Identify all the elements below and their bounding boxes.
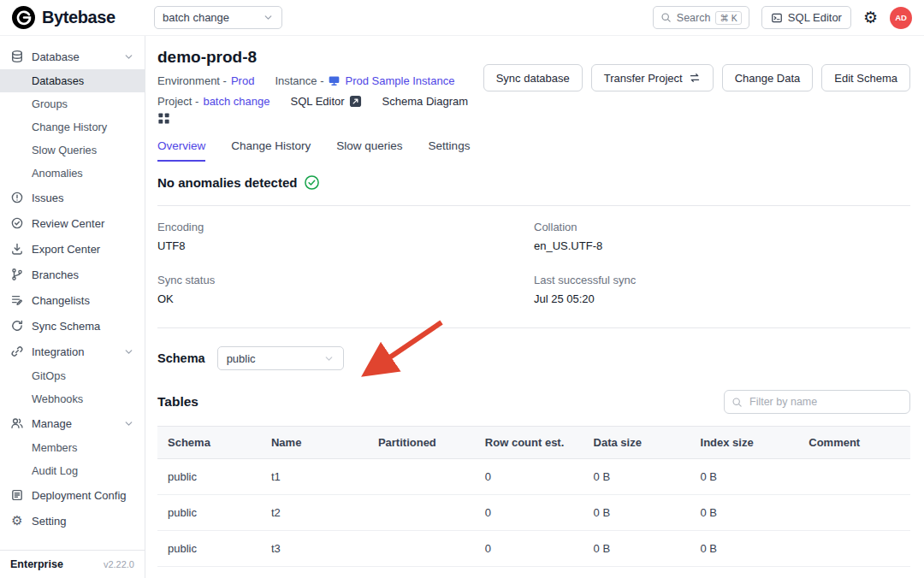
page-title: demo-prod-8 <box>157 48 483 67</box>
alert-circle-icon <box>10 191 24 204</box>
list-pencil-icon <box>10 293 24 307</box>
button-label: Transfer Project <box>604 72 683 85</box>
cell-name: t3 <box>264 531 371 567</box>
refresh-icon <box>10 319 24 333</box>
project-link[interactable]: batch change <box>203 95 270 108</box>
sidebar-item-gitops[interactable]: GitOps <box>0 364 145 387</box>
cell-schema: public <box>157 531 264 567</box>
sidebar-item-export-center[interactable]: Export Center <box>0 236 145 262</box>
cell-name: t1 <box>264 459 371 495</box>
bytebase-logo-icon <box>12 6 35 29</box>
database-header-left: demo-prod-8 Environment - Prod Instance … <box>157 48 483 125</box>
sidebar-item-label: Deployment Config <box>32 489 127 502</box>
info-value: en_US.UTF-8 <box>534 239 910 252</box>
schema-diagram-link-label: Schema Diagram <box>382 95 468 108</box>
sidebar-item-groups[interactable]: Groups <box>0 92 145 115</box>
sidebar-item-integration[interactable]: Integration <box>0 339 145 364</box>
info-value: UTF8 <box>157 239 534 252</box>
transfer-arrows-icon <box>689 72 701 84</box>
cell-comment <box>802 459 910 495</box>
cell-data-size: 0 B <box>587 495 694 531</box>
tab-overview[interactable]: Overview <box>157 139 205 162</box>
sidebar-item-label: Review Center <box>32 217 104 230</box>
button-label: Change Data <box>735 72 801 85</box>
sidebar-item-setting[interactable]: ⚙ Setting <box>0 508 145 534</box>
instance-link[interactable]: Prod Sample Instance <box>345 74 454 87</box>
info-cell-sync-status: Sync status OK <box>157 274 534 305</box>
info-label: Encoding <box>157 221 534 233</box>
environment-label: Environment - <box>157 74 227 87</box>
table-header-row: Schema Name Partitioned Row count est. D… <box>157 427 910 459</box>
anomaly-status: No anomalies detected <box>157 174 910 191</box>
database-info-grid: Encoding UTF8 Collation en_US.UTF-8 Sync… <box>157 221 910 305</box>
sidebar-item-database[interactable]: Database <box>0 44 145 69</box>
sidebar-item-anomalies[interactable]: Anomalies <box>0 162 145 185</box>
cell-partitioned <box>371 531 478 567</box>
cell-row-count: 0 <box>478 495 587 531</box>
table-row[interactable]: public t3 0 0 B 0 B <box>157 531 910 567</box>
sidebar-item-audit-log[interactable]: Audit Log <box>0 459 145 482</box>
sidebar-item-members[interactable]: Members <box>0 436 145 459</box>
sidebar-item-issues[interactable]: Issues <box>0 185 145 210</box>
sidebar-item-review-center[interactable]: Review Center <box>0 210 145 236</box>
sql-editor-button[interactable]: SQL Editor <box>761 6 851 29</box>
link-icon <box>10 345 24 358</box>
tab-slow-queries[interactable]: Slow queries <box>336 139 402 162</box>
table-row[interactable]: public t1 0 0 B 0 B <box>157 459 910 495</box>
schema-selector-row: Schema public <box>157 346 910 370</box>
sidebar-item-webhooks[interactable]: Webhooks <box>0 387 145 410</box>
sidebar-item-label: Integration <box>32 345 84 358</box>
bytebase-logo[interactable]: Bytebase <box>12 6 142 29</box>
table-row[interactable]: public t2 0 0 B 0 B <box>157 495 910 531</box>
tab-settings[interactable]: Settings <box>429 139 471 162</box>
cell-row-count: 0 <box>478 531 587 567</box>
sidebar-item-databases[interactable]: Databases <box>0 69 145 92</box>
filter-by-name-input[interactable] <box>748 395 903 409</box>
sidebar-item-changelists[interactable]: Changelists <box>0 287 145 313</box>
schema-diagram-icon[interactable] <box>157 112 170 125</box>
info-cell-last-sync: Last successful sync Jul 25 05:20 <box>534 274 910 305</box>
cell-row-count: 0 <box>478 459 587 495</box>
chevron-down-icon <box>123 51 134 62</box>
change-data-button[interactable]: Change Data <box>722 64 814 91</box>
sql-editor-link-icon[interactable] <box>349 95 362 108</box>
sidebar-item-change-history[interactable]: Change History <box>0 115 145 139</box>
user-avatar[interactable]: AD <box>890 7 912 29</box>
logo-text: Bytebase <box>42 8 116 27</box>
environment-link[interactable]: Prod <box>231 74 254 87</box>
settings-gear-icon[interactable]: ⚙ <box>863 9 878 26</box>
cell-data-size: 0 B <box>587 459 694 495</box>
info-cell-collation: Collation en_US.UTF-8 <box>534 221 910 252</box>
col-header-data-size: Data size <box>587 427 694 459</box>
git-branch-icon <box>10 268 24 281</box>
col-header-partitioned: Partitioned <box>371 427 478 459</box>
edit-schema-button[interactable]: Edit Schema <box>821 64 910 91</box>
sidebar-item-deployment-config[interactable]: Deployment Config <box>0 482 145 508</box>
search-button[interactable]: Search ⌘ K <box>653 6 749 29</box>
search-shortcut-kbd: ⌘ K <box>715 11 741 25</box>
cell-schema: public <box>157 495 264 531</box>
sidebar-item-slow-queries[interactable]: Slow Queries <box>0 139 145 162</box>
plan-label: Enterprise <box>10 558 63 570</box>
instance-icon <box>328 74 341 87</box>
sidebar-item-label: Issues <box>32 192 64 204</box>
tab-change-history[interactable]: Change History <box>231 139 311 162</box>
cell-data-size: 0 B <box>587 531 694 567</box>
chevron-down-icon <box>123 418 134 429</box>
cell-comment <box>802 531 910 567</box>
sidebar-item-branches[interactable]: Branches <box>0 262 145 287</box>
tables-table: Schema Name Partitioned Row count est. D… <box>157 426 910 567</box>
info-cell-encoding: Encoding UTF8 <box>157 221 534 252</box>
info-label: Sync status <box>157 274 534 286</box>
review-check-icon <box>10 216 24 230</box>
sidebar-item-label: Database <box>32 50 80 63</box>
instance-label: Instance - <box>275 74 323 87</box>
sync-database-button[interactable]: Sync database <box>483 64 583 91</box>
sidebar-item-manage[interactable]: Manage <box>0 410 145 436</box>
batch-change-select[interactable]: batch change <box>154 6 282 29</box>
transfer-project-button[interactable]: Transfer Project <box>591 64 714 91</box>
schema-select[interactable]: public <box>217 346 344 370</box>
sidebar-item-sync-schema[interactable]: Sync Schema <box>0 313 145 339</box>
col-header-comment: Comment <box>802 427 910 459</box>
meta-line-2: Project - batch change SQL Editor Schema… <box>157 95 483 125</box>
